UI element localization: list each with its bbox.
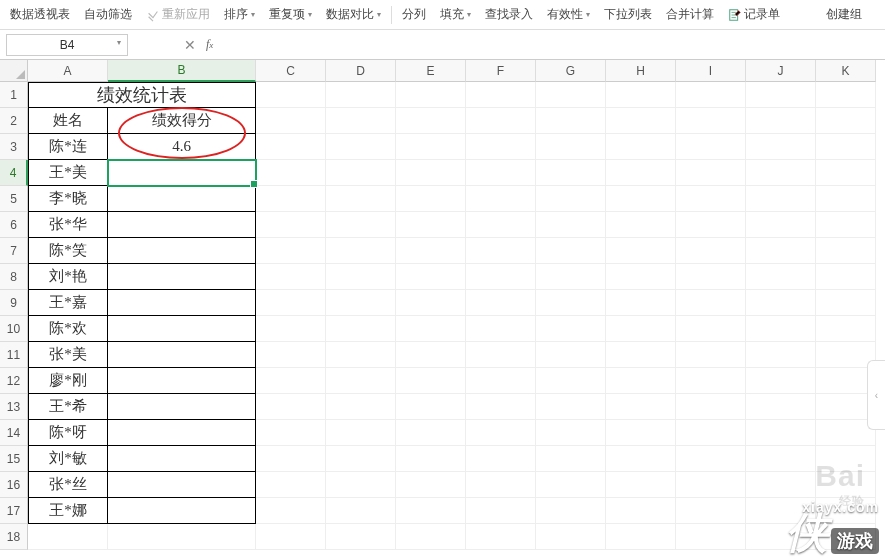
cell-D10[interactable]: [326, 316, 396, 342]
cell-E9[interactable]: [396, 290, 466, 316]
cell-B7[interactable]: [108, 238, 256, 264]
cell-K10[interactable]: [816, 316, 876, 342]
cell-J10[interactable]: [746, 316, 816, 342]
cell-E12[interactable]: [396, 368, 466, 394]
validity-button[interactable]: 有效性▾: [541, 2, 596, 28]
cell-A18[interactable]: [28, 524, 108, 550]
cells-area[interactable]: 绩效统计表姓名绩效得分陈*连4.6王*美李*晓张*华陈*笑刘*艳王*嘉陈*欢张*…: [28, 82, 885, 560]
cell-I11[interactable]: [676, 342, 746, 368]
cell-C4[interactable]: [256, 160, 326, 186]
cell-K1[interactable]: [816, 82, 876, 108]
cell-C7[interactable]: [256, 238, 326, 264]
cell-E5[interactable]: [396, 186, 466, 212]
cell-J5[interactable]: [746, 186, 816, 212]
row-header-18[interactable]: 18: [0, 524, 28, 550]
row-header-11[interactable]: 11: [0, 342, 28, 368]
cell-K16[interactable]: [816, 472, 876, 498]
cell-H4[interactable]: [606, 160, 676, 186]
cell-I10[interactable]: [676, 316, 746, 342]
cell-J4[interactable]: [746, 160, 816, 186]
cell-K2[interactable]: [816, 108, 876, 134]
cell-B2[interactable]: 绩效得分: [108, 108, 256, 134]
row-header-12[interactable]: 12: [0, 368, 28, 394]
cell-D7[interactable]: [326, 238, 396, 264]
cell-F2[interactable]: [466, 108, 536, 134]
cell-I18[interactable]: [676, 524, 746, 550]
cell-A13[interactable]: 王*希: [28, 394, 108, 420]
cell-G4[interactable]: [536, 160, 606, 186]
cell-F5[interactable]: [466, 186, 536, 212]
cell-G15[interactable]: [536, 446, 606, 472]
dropdown-list-button[interactable]: 下拉列表: [598, 2, 658, 28]
column-header-D[interactable]: D: [326, 60, 396, 82]
create-group-button[interactable]: 创建组: [820, 2, 868, 28]
cell-D6[interactable]: [326, 212, 396, 238]
cell-A5[interactable]: 李*晓: [28, 186, 108, 212]
cell-C12[interactable]: [256, 368, 326, 394]
cell-G17[interactable]: [536, 498, 606, 524]
cell-J6[interactable]: [746, 212, 816, 238]
cell-I12[interactable]: [676, 368, 746, 394]
cell-H14[interactable]: [606, 420, 676, 446]
cell-E7[interactable]: [396, 238, 466, 264]
cell-G18[interactable]: [536, 524, 606, 550]
cell-E4[interactable]: [396, 160, 466, 186]
cell-J13[interactable]: [746, 394, 816, 420]
data-compare-button[interactable]: 数据对比▾: [320, 2, 387, 28]
autofilter-button[interactable]: 自动筛选: [78, 2, 138, 28]
cell-D13[interactable]: [326, 394, 396, 420]
row-header-4[interactable]: 4: [0, 160, 28, 186]
cell-B10[interactable]: [108, 316, 256, 342]
cell-D18[interactable]: [326, 524, 396, 550]
cell-K15[interactable]: [816, 446, 876, 472]
column-header-G[interactable]: G: [536, 60, 606, 82]
column-header-K[interactable]: K: [816, 60, 876, 82]
cell-C16[interactable]: [256, 472, 326, 498]
cell-D16[interactable]: [326, 472, 396, 498]
cell-K5[interactable]: [816, 186, 876, 212]
find-entry-button[interactable]: 查找录入: [479, 2, 539, 28]
cell-A3[interactable]: 陈*连: [28, 134, 108, 160]
side-panel-tab[interactable]: ‹: [867, 360, 885, 430]
consolidate-button[interactable]: 合并计算: [660, 2, 720, 28]
reapply-button[interactable]: 重新应用: [140, 2, 216, 28]
cell-K6[interactable]: [816, 212, 876, 238]
cell-E16[interactable]: [396, 472, 466, 498]
cell-K9[interactable]: [816, 290, 876, 316]
cell-F6[interactable]: [466, 212, 536, 238]
cell-F16[interactable]: [466, 472, 536, 498]
cell-G1[interactable]: [536, 82, 606, 108]
cell-C15[interactable]: [256, 446, 326, 472]
cell-I2[interactable]: [676, 108, 746, 134]
cell-J12[interactable]: [746, 368, 816, 394]
cell-A6[interactable]: 张*华: [28, 212, 108, 238]
cell-C17[interactable]: [256, 498, 326, 524]
cell-I7[interactable]: [676, 238, 746, 264]
cell-A9[interactable]: 王*嘉: [28, 290, 108, 316]
cell-B6[interactable]: [108, 212, 256, 238]
row-header-3[interactable]: 3: [0, 134, 28, 160]
cell-J9[interactable]: [746, 290, 816, 316]
cell-A15[interactable]: 刘*敏: [28, 446, 108, 472]
cell-F9[interactable]: [466, 290, 536, 316]
cell-A10[interactable]: 陈*欢: [28, 316, 108, 342]
cell-D9[interactable]: [326, 290, 396, 316]
cell-E3[interactable]: [396, 134, 466, 160]
cell-I16[interactable]: [676, 472, 746, 498]
cell-J8[interactable]: [746, 264, 816, 290]
cell-A11[interactable]: 张*美: [28, 342, 108, 368]
cell-A16[interactable]: 张*丝: [28, 472, 108, 498]
fill-button[interactable]: 填充▾: [434, 2, 477, 28]
cell-D3[interactable]: [326, 134, 396, 160]
cell-C9[interactable]: [256, 290, 326, 316]
cell-A17[interactable]: 王*娜: [28, 498, 108, 524]
cell-H11[interactable]: [606, 342, 676, 368]
cell-A7[interactable]: 陈*笑: [28, 238, 108, 264]
cell-B3[interactable]: 4.6: [108, 134, 256, 160]
cell-I1[interactable]: [676, 82, 746, 108]
cell-D17[interactable]: [326, 498, 396, 524]
cell-E6[interactable]: [396, 212, 466, 238]
cell-K3[interactable]: [816, 134, 876, 160]
formula-input[interactable]: [219, 34, 885, 56]
cell-K8[interactable]: [816, 264, 876, 290]
